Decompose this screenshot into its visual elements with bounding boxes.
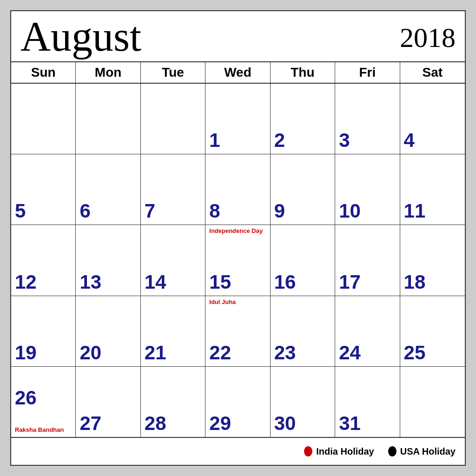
day-header-mon: Mon <box>76 62 140 83</box>
day-cell-9: 9 <box>271 154 335 225</box>
day-number: 18 <box>404 271 426 293</box>
week-row-0: 1234 <box>11 84 465 154</box>
holiday-label: Idul Juha <box>209 298 266 306</box>
day-cell-2: 2 <box>271 84 335 154</box>
day-number: 8 <box>209 200 220 222</box>
day-cell-21: 21 <box>141 296 205 366</box>
india-holiday-legend: India Holiday <box>304 446 374 457</box>
day-number: 30 <box>274 412 296 435</box>
day-cell-6: 6 <box>76 154 140 225</box>
day-cell-30: 30 <box>271 367 335 437</box>
india-holiday-label: India Holiday <box>316 446 374 457</box>
day-cell-12: 12 <box>11 225 76 295</box>
calendar-grid: SunMonTueWedThuFriSat 123456789101112131… <box>11 61 465 437</box>
week-row-2: 121314Independence Day15161718 <box>11 225 465 296</box>
india-holiday-dot <box>304 446 312 456</box>
day-number: 19 <box>15 342 37 364</box>
day-cell-15: Independence Day15 <box>205 225 270 295</box>
day-header-sat: Sat <box>400 62 465 83</box>
day-header-wed: Wed <box>205 62 270 83</box>
day-number: 15 <box>209 271 231 293</box>
day-headers-row: SunMonTueWedThuFriSat <box>11 62 465 84</box>
day-cell-empty-6 <box>400 367 465 437</box>
day-number: 5 <box>15 200 26 222</box>
calendar-footer: India Holiday USA Holiday <box>11 437 465 465</box>
holiday-label: Independence Day <box>209 227 266 235</box>
day-cell-7: 7 <box>141 154 205 225</box>
day-cell-20: 20 <box>76 296 140 366</box>
day-number: 29 <box>209 412 231 435</box>
day-number: 4 <box>404 129 415 152</box>
usa-holiday-dot <box>388 446 397 456</box>
day-number: 14 <box>145 271 166 293</box>
day-cell-28: 28 <box>141 367 205 437</box>
day-cell-4: 4 <box>400 84 465 154</box>
day-header-sun: Sun <box>11 62 76 83</box>
day-cell-23: 23 <box>271 296 335 366</box>
day-cell-13: 13 <box>76 225 140 295</box>
day-cell-19: 19 <box>11 296 76 366</box>
day-number: 22 <box>209 342 231 364</box>
day-cell-25: 25 <box>400 296 465 366</box>
day-cell-22: Idul Juha22 <box>205 296 270 366</box>
day-number: 17 <box>339 271 361 293</box>
day-number: 1 <box>209 129 220 152</box>
day-cell-empty-2 <box>141 84 205 154</box>
day-number: 12 <box>15 271 37 293</box>
day-cell-16: 16 <box>271 225 335 295</box>
day-header-thu: Thu <box>271 62 335 83</box>
day-number: 7 <box>145 200 155 222</box>
day-number: 11 <box>404 200 426 222</box>
day-cell-14: 14 <box>141 225 205 295</box>
day-number: 21 <box>145 342 166 364</box>
day-number: 24 <box>339 342 361 364</box>
day-cell-empty-0 <box>11 84 76 154</box>
day-number: 10 <box>339 200 361 222</box>
usa-holiday-legend: USA Holiday <box>388 446 456 457</box>
day-number: 28 <box>145 412 166 435</box>
holiday-label-bottom: Raksha Bandhan <box>15 426 72 434</box>
week-row-4: 26Raksha Bandhan2728293031 <box>11 367 465 437</box>
day-number: 2 <box>274 129 285 152</box>
day-cell-10: 10 <box>335 154 400 225</box>
day-number: 13 <box>79 271 101 293</box>
day-number: 26 <box>15 387 37 409</box>
day-cell-5: 5 <box>11 154 76 225</box>
day-number: 3 <box>339 129 350 152</box>
day-cell-18: 18 <box>400 225 465 295</box>
day-cell-3: 3 <box>335 84 400 154</box>
day-number: 9 <box>274 200 285 222</box>
day-number: 27 <box>79 412 101 435</box>
usa-holiday-label: USA Holiday <box>400 446 456 457</box>
day-number: 31 <box>339 412 361 435</box>
month-title: August <box>20 16 141 58</box>
day-cell-11: 11 <box>400 154 465 225</box>
day-number: 16 <box>274 271 296 293</box>
day-cell-26: 26Raksha Bandhan <box>11 367 76 437</box>
day-cell-1: 1 <box>205 84 270 154</box>
day-number: 20 <box>79 342 101 364</box>
day-cell-empty-1 <box>76 84 140 154</box>
day-number: 6 <box>79 200 90 222</box>
calendar-header: August 2018 <box>11 11 465 58</box>
day-number: 23 <box>274 342 296 364</box>
day-cell-29: 29 <box>205 367 270 437</box>
day-header-tue: Tue <box>141 62 205 83</box>
week-row-1: 567891011 <box>11 154 465 225</box>
day-cell-17: 17 <box>335 225 400 295</box>
day-cell-31: 31 <box>335 367 400 437</box>
day-number: 25 <box>404 342 426 364</box>
day-cell-27: 27 <box>76 367 140 437</box>
calendar: August 2018 SunMonTueWedThuFriSat 123456… <box>10 10 466 466</box>
weeks-container: 1234567891011121314Independence Day15161… <box>11 84 465 437</box>
week-row-3: 192021Idul Juha22232425 <box>11 296 465 367</box>
day-cell-24: 24 <box>335 296 400 366</box>
day-header-fri: Fri <box>335 62 400 83</box>
year-title: 2018 <box>400 22 456 58</box>
day-cell-8: 8 <box>205 154 270 225</box>
